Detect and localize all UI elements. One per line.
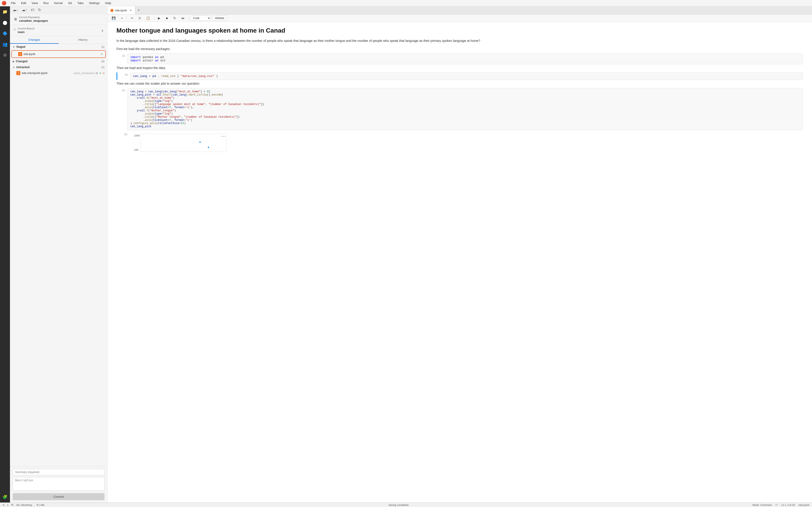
menu-edit[interactable]: Edit (20, 1, 27, 5)
keyword-import-1: import (130, 55, 141, 59)
str-path: "data/can_lang.csv" (181, 74, 214, 78)
notebook-tab-close-icon[interactable]: ✕ (130, 9, 132, 12)
notebook-tab-name: eda.ipynb (115, 9, 127, 12)
menu-file[interactable]: File (10, 1, 16, 5)
new-tab-icon[interactable]: + (135, 8, 142, 13)
staged-file-item[interactable]: J eda.ipynb A (12, 51, 105, 57)
notebook-tab-bar: eda.ipynb ✕ + (107, 6, 812, 14)
changed-header[interactable]: Changed (0) (10, 58, 107, 64)
code-line-4: .scale(type="log") (130, 100, 800, 103)
staged-file-highlight: J eda.ipynb A (11, 50, 106, 58)
notebook-tab[interactable]: eda.ipynb ✕ (107, 6, 135, 14)
repo-label: Current Repository (19, 16, 48, 18)
restart-button[interactable]: ↻ (171, 15, 178, 21)
run-button[interactable]: ▶ (156, 15, 162, 21)
menu-bar: 🔴 File Edit View Run Kernel Git Tabs Set… (0, 0, 812, 6)
stage-icon[interactable]: + (99, 71, 101, 75)
branch-chevron-icon[interactable]: ∨ (101, 29, 104, 33)
add-cell-button[interactable]: + (119, 15, 125, 21)
refresh-icon[interactable]: ↻ (38, 8, 41, 12)
fast-forward-button[interactable]: ⏭ (180, 15, 187, 21)
menu-git[interactable]: Git (67, 1, 73, 5)
notebook-inspect-text: Then we load and inspect the data: (116, 66, 803, 70)
computer-icon: 🖥 (14, 17, 17, 21)
menu-settings[interactable]: Settings (88, 1, 101, 5)
branch-name: main (18, 30, 35, 34)
keyword-import-2: import (130, 59, 141, 62)
code-cell-5: [5]: can_lang = can_lang[can_lang["most_… (116, 88, 803, 130)
code-line-1: can_lang = can_lang[can_lang["most_at_ho… (130, 90, 800, 93)
staged-count: (1) (101, 46, 104, 48)
commit-description-input[interactable] (13, 477, 104, 491)
scatter-chart: 100M 10M • • • (141, 134, 226, 152)
module-altair: altair (143, 59, 155, 62)
notebook-area: eda.ipynb ✕ + 💾 + ✂ ⎘ 📋 ▶ ■ ↻ ⏭ Code Mar… (107, 6, 812, 502)
code-line-8: .scale(type="log") (130, 112, 800, 115)
menu-help[interactable]: Help (104, 1, 112, 5)
code-line-11: ).configure_axis(titleFontSize=12) (130, 122, 800, 125)
discard-icon[interactable]: ⊙ (95, 71, 98, 75)
branch-section[interactable]: ⑂ Current Branch main ∨ (10, 25, 107, 36)
activity-git-icon[interactable]: ⬤ (1, 19, 9, 26)
cell-indicator-4 (116, 72, 117, 80)
code-cell-2: [2]: import pandas as pd import altair a… (116, 53, 803, 64)
changed-header-left: Changed (13, 60, 28, 63)
module-pandas: pandas (143, 55, 155, 59)
staged-header[interactable]: Staged (1) (10, 44, 107, 50)
tab-changes[interactable]: Changes (10, 36, 59, 44)
menu-kernel[interactable]: Kernel (53, 1, 64, 5)
cell-number-4: [4]: (119, 72, 128, 76)
push-icon[interactable]: ☁↑ (22, 8, 27, 12)
tab-history[interactable]: History (59, 36, 107, 44)
cell-code-4[interactable]: can_lang = pd . read_csv ( "data/can_lan… (130, 72, 803, 80)
cut-button[interactable]: ✂ (129, 15, 136, 21)
chart-dot-2 (199, 142, 201, 143)
op-assign: = (149, 74, 152, 78)
status-number: 1 (7, 504, 8, 506)
commit-area: Commit (10, 466, 107, 502)
repo-section: 🖥 Current Repository canadian_languages (10, 13, 107, 25)
status-shield-icon: 🛡 (775, 504, 778, 506)
status-bar: S 1 ⚙ Git: refreshing... R | Idle Saving… (0, 502, 812, 507)
activity-files-icon[interactable]: 📁 (1, 8, 9, 15)
cell-number-2: [2]: (116, 53, 125, 57)
cell-code-5[interactable]: can_lang = can_lang[can_lang["most_at_ho… (127, 88, 803, 130)
untracked-count: (1) (101, 66, 104, 69)
save-button[interactable]: 💾 (110, 15, 117, 21)
commit-summary-input[interactable] (13, 469, 104, 475)
code-cell-4: [4]: can_lang = pd . read_csv ( "data/ca… (116, 72, 803, 80)
status-center: Saving completed (389, 504, 408, 506)
paste-button[interactable]: 📋 (144, 15, 152, 21)
file-icon-staged: J (18, 52, 22, 56)
main-area: 📁 ⬤ 🔷 👥 ⚙ 🧩 ☁↓ ☁↑ 🏷 ↻ 🖥 Current Reposito… (0, 6, 812, 502)
copy-button[interactable]: ⎘ (137, 15, 143, 21)
menu-tabs[interactable]: Tabs (77, 1, 84, 5)
toolbar-divider-1 (126, 16, 127, 20)
staged-file-status: A (101, 53, 103, 56)
chart-menu-icon[interactable]: • • • (221, 135, 225, 138)
paren-close: ) (216, 74, 218, 78)
tag-icon[interactable]: 🏷 (31, 8, 35, 12)
activity-settings-icon[interactable]: ⚙ (1, 52, 9, 59)
menu-view[interactable]: View (31, 1, 39, 5)
toolbar-divider-2 (154, 16, 154, 20)
fn-read-csv: read_csv (161, 74, 175, 78)
untracked-file-item[interactable]: J eda-checkpoint.ipynb .ipynb_checkpoint… (10, 70, 107, 76)
activity-source-icon[interactable]: 🔷 (1, 30, 9, 37)
commit-button[interactable]: Commit (13, 493, 104, 500)
activity-bar: 📁 ⬤ 🔷 👥 ⚙ 🧩 (0, 6, 10, 502)
kernel-select[interactable]: Code Markdown Raw (191, 16, 211, 20)
menu-run[interactable]: Run (42, 1, 50, 5)
changed-count: (0) (101, 60, 104, 63)
activity-collab-icon[interactable]: 👥 (1, 41, 9, 48)
staged-chevron-icon (13, 46, 15, 48)
fetch-icon[interactable]: ☁↓ (13, 8, 18, 12)
status-mode: R | Idle (37, 504, 45, 506)
staged-file-name: eda.ipynb (23, 53, 101, 56)
untracked-header[interactable]: Untracked (1) (10, 64, 107, 70)
validate-button[interactable]: Validate (212, 16, 227, 20)
sidebar-toolbar-icons: ☁↓ ☁↑ 🏷 ↻ (13, 8, 41, 12)
cell-code-2[interactable]: import pandas as pd import altair as alt (127, 53, 803, 64)
stop-button[interactable]: ■ (164, 15, 170, 21)
activity-extensions-icon[interactable]: 🧩 (1, 494, 9, 501)
